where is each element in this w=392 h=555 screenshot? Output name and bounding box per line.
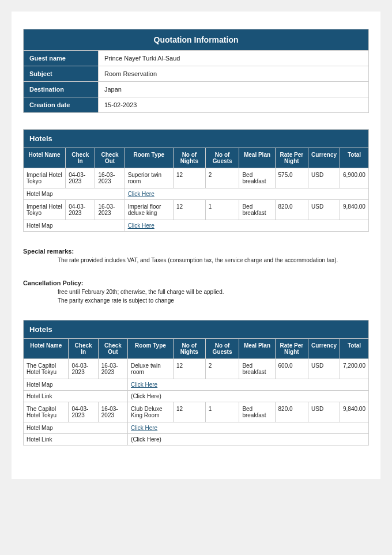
h2r2-map-link[interactable]: Click Here: [128, 422, 369, 434]
h1r1-name: Imperial Hotel Tokyo: [24, 168, 66, 188]
guest-name-label: Guest name: [24, 51, 99, 66]
h2r1-name: The Capitol Hotel Tokyu: [24, 359, 69, 379]
h2r2-checkin: 04-03-2023: [69, 402, 98, 422]
col-nights-2: No of Nights: [173, 339, 205, 359]
hotel-row-2-1: The Capitol Hotel Tokyu 04-03-2023 16-03…: [24, 359, 369, 379]
col-hotel-name-2: Hotel Name: [24, 339, 69, 359]
h2r2-name: The Capitol Hotel Tokyu: [24, 402, 69, 422]
h2r2-currency: USD: [308, 402, 340, 422]
h1r2-checkin: 04-03-2023: [66, 200, 95, 220]
hotel-link-row-2-1: Hotel Link (Click Here): [24, 391, 369, 402]
h2r1-checkout: 16-03-2023: [98, 359, 127, 379]
col-room-type-1: Room Type: [125, 148, 173, 168]
h2r1-meal: Bed breakfast: [239, 359, 275, 379]
h2r2-checkout: 16-03-2023: [98, 402, 127, 422]
h2r2-link-label: Hotel Link: [24, 434, 128, 445]
h2r2-meal: Bed breakfast: [239, 402, 275, 422]
h2r2-guests: 1: [205, 402, 239, 422]
hotels-section-1: Hotels Hotel Name Check In Check Out Roo…: [23, 129, 369, 232]
quotation-section: Quotation Information Guest name Prince …: [23, 29, 369, 113]
guest-name-value: Prince Nayef Turki Al-Saud: [99, 51, 369, 66]
page: Quotation Information Guest name Prince …: [12, 12, 380, 479]
col-nights-1: No of Nights: [173, 148, 205, 168]
col-total-1: Total: [340, 148, 369, 168]
col-check-in-2: Check In: [69, 339, 98, 359]
col-room-type-2: Room Type: [128, 339, 174, 359]
col-currency-1: Currency: [308, 148, 340, 168]
col-check-out-1: Check Out: [95, 148, 125, 168]
col-check-out-2: Check Out: [98, 339, 127, 359]
col-rate-1: Rate Per Night: [275, 148, 308, 168]
h1r1-checkout: 16-03-2023: [95, 168, 125, 188]
h1r2-rate: 820.0: [275, 200, 308, 220]
subject-value: Room Reservation: [99, 66, 369, 82]
h1r2-roomtype: Imperial floor deluxe king: [125, 200, 173, 220]
h2r2-link-text[interactable]: (Click Here): [128, 434, 369, 445]
hotel-map-row-2-1: Hotel Map Click Here: [24, 379, 369, 391]
creation-date-label: Creation date: [24, 97, 99, 113]
h2r1-roomtype: Deluxe twin room: [128, 359, 174, 379]
destination-label: Destination: [24, 82, 99, 97]
h1r2-checkout: 16-03-2023: [95, 200, 125, 220]
h2r1-guests: 2: [205, 359, 239, 379]
h1r1-total: 6,900.00: [340, 168, 369, 188]
h2r1-total: 7,200.00: [340, 359, 369, 379]
h2r1-map-link[interactable]: Click Here: [128, 379, 369, 391]
col-guests-2: No of Guests: [205, 339, 239, 359]
h1r2-nights: 12: [173, 200, 205, 220]
h2r1-checkin: 04-03-2023: [69, 359, 98, 379]
col-total-2: Total: [340, 339, 369, 359]
h2r2-total: 9,840.00: [340, 402, 369, 422]
h2r1-currency: USD: [308, 359, 340, 379]
h2r2-map-label: Hotel Map: [24, 422, 128, 434]
h1r2-total: 9,840.00: [340, 200, 369, 220]
h1r1-map-link[interactable]: Click Here: [125, 188, 368, 200]
h1r1-checkin: 04-03-2023: [66, 168, 95, 188]
hotel-map-row-1-2: Hotel Map Click Here: [24, 220, 369, 232]
h2r1-nights: 12: [173, 359, 205, 379]
h1r2-name: Imperial Hotel Tokyo: [24, 200, 66, 220]
hotels-table-2: Hotels Hotel Name Check In Check Out Roo…: [23, 320, 369, 445]
h2r1-map-label: Hotel Map: [24, 379, 128, 391]
special-remarks-text: The rate provided includes VAT, and Taxe…: [58, 257, 369, 263]
h2r2-rate: 820.0: [275, 402, 308, 422]
h1r1-meal: Bed breakfast: [239, 168, 275, 188]
quotation-table: Quotation Information Guest name Prince …: [23, 29, 369, 113]
hotels-table-1: Hotels Hotel Name Check In Check Out Roo…: [23, 129, 369, 232]
col-hotel-name-1: Hotel Name: [24, 148, 66, 168]
policy-title: Cancellation Policy:: [23, 280, 369, 286]
h1r2-map-label: Hotel Map: [24, 220, 125, 232]
hotel-row-1-1: Imperial Hotel Tokyo 04-03-2023 16-03-20…: [24, 168, 369, 188]
special-remarks-title: Special remarks:: [23, 248, 369, 255]
h1r2-meal: Bed breakfast: [239, 200, 275, 220]
cancellation-policy-section: Cancellation Policy: free until February…: [23, 280, 369, 304]
h1r1-currency: USD: [308, 168, 340, 188]
hotels-section-2: Hotels Hotel Name Check In Check Out Roo…: [23, 320, 369, 445]
col-rate-2: Rate Per Night: [275, 339, 308, 359]
h1r1-map-label: Hotel Map: [24, 188, 125, 200]
h1r1-roomtype: Superior twin room: [125, 168, 173, 188]
h2r1-link-text[interactable]: (Click Here): [128, 391, 369, 402]
col-currency-2: Currency: [308, 339, 340, 359]
creation-date-value: 15-02-2023: [99, 97, 369, 113]
policy-line-2: The parity exchange rate is subject to c…: [58, 297, 369, 304]
col-meal-1: Meal Plan: [239, 148, 275, 168]
h1r2-currency: USD: [308, 200, 340, 220]
hotels-1-title: Hotels: [24, 130, 369, 148]
h1r2-map-link[interactable]: Click Here: [125, 220, 368, 232]
hotels-2-title: Hotels: [24, 320, 369, 339]
col-guests-1: No of Guests: [205, 148, 239, 168]
subject-label: Subject: [24, 66, 99, 82]
h1r1-nights: 12: [173, 168, 205, 188]
h1r1-guests: 2: [205, 168, 239, 188]
hotel-link-row-2-2: Hotel Link (Click Here): [24, 434, 369, 445]
hotel-map-row-2-2: Hotel Map Click Here: [24, 422, 369, 434]
quotation-title: Quotation Information: [24, 29, 369, 51]
col-check-in-1: Check In: [66, 148, 95, 168]
hotel-map-row-1-1: Hotel Map Click Here: [24, 188, 369, 200]
h2r2-nights: 12: [173, 402, 205, 422]
destination-value: Japan: [99, 82, 369, 97]
h2r2-roomtype: Club Deluxe King Room: [128, 402, 174, 422]
col-meal-2: Meal Plan: [239, 339, 275, 359]
hotel-row-2-2: The Capitol Hotel Tokyu 04-03-2023 16-03…: [24, 402, 369, 422]
